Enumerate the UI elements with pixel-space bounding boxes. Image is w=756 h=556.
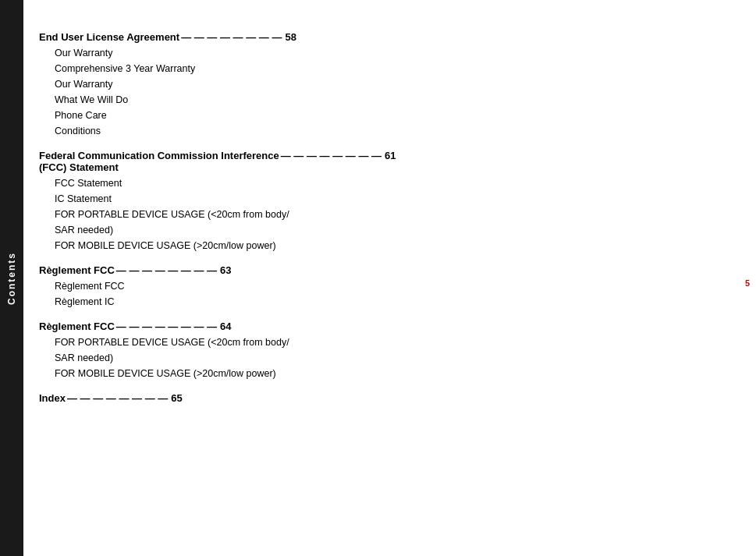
list-item: Règlement IC [55, 294, 733, 310]
toc-section-index: Index— — — — — — — — 65 [39, 392, 733, 404]
toc-heading-index: Index— — — — — — — — 65 [39, 392, 733, 404]
toc-dashes-index: — — — — — — — — [67, 392, 168, 404]
toc-heading-text-index: Index [39, 392, 66, 404]
toc-heading-reglement-63: Règlement FCC— — — — — — — — 63 [39, 264, 733, 276]
page-number-right: 5 [745, 278, 750, 288]
toc-page-reglement-63: 63 [220, 264, 231, 276]
toc-section-eula: End User License Agreement— — — — — — — … [39, 31, 733, 139]
list-item: Our Warranty [55, 45, 733, 61]
list-item: FCC Statement [55, 175, 733, 191]
toc-subitems-fcc: FCC Statement IC Statement FOR PORTABLE … [55, 175, 733, 253]
list-item: FOR MOBILE DEVICE USAGE (>20cm/low power… [55, 366, 733, 381]
toc-dashes-reglement-63: — — — — — — — — [116, 264, 217, 276]
list-item: Règlement FCC [55, 278, 733, 294]
main-content: 5 End User License Agreement— — — — — — … [23, 0, 756, 556]
list-item: Conditions [55, 123, 733, 139]
toc-heading-text-reglement-64: Règlement FCC [39, 320, 115, 332]
toc-section-reglement-63: Règlement FCC— — — — — — — — 63 Règlemen… [39, 264, 733, 310]
toc-dashes-eula: — — — — — — — — [181, 31, 282, 43]
list-item: Phone Care [55, 108, 733, 123]
list-item: Our Warranty [55, 76, 733, 92]
toc-page-reglement-64: 64 [220, 320, 231, 332]
toc-subitems-reglement-64: FOR PORTABLE DEVICE USAGE (<20cm from bo… [55, 335, 733, 381]
toc-heading-text-reglement-63: Règlement FCC [39, 264, 115, 276]
sidebar: Contents [0, 0, 23, 556]
toc-dashes-reglement-64: — — — — — — — — [116, 320, 217, 332]
sidebar-label: Contents [6, 252, 17, 305]
list-item: FOR MOBILE DEVICE USAGE (>20cm/low power… [55, 238, 733, 253]
toc-subitems-reglement-63: Règlement FCC Règlement IC [55, 278, 733, 310]
toc-page-fcc: 61 [385, 150, 396, 161]
list-item: IC Statement [55, 191, 733, 207]
toc-subitems-eula: Our Warranty Comprehensive 3 Year Warran… [55, 45, 733, 139]
list-item: Comprehensive 3 Year Warranty [55, 61, 733, 76]
list-item: What We Will Do [55, 92, 733, 108]
toc-dashes-fcc: — — — — — — — — [281, 150, 382, 161]
toc-section-fcc: Federal Communication Commission Interfe… [39, 150, 733, 253]
toc-heading-text-eula: End User License Agreement [39, 31, 179, 43]
toc-heading-eula: End User License Agreement— — — — — — — … [39, 31, 733, 43]
list-item: FOR PORTABLE DEVICE USAGE (<20cm from bo… [55, 207, 733, 238]
toc-page-eula: 58 [285, 31, 296, 43]
toc-page-index: 65 [171, 392, 182, 404]
toc-heading-text-fcc: Federal Communication Commission Interfe… [39, 150, 279, 173]
toc-heading-fcc: Federal Communication Commission Interfe… [39, 150, 733, 173]
list-item: FOR PORTABLE DEVICE USAGE (<20cm from bo… [55, 335, 733, 366]
toc-heading-reglement-64: Règlement FCC— — — — — — — — 64 [39, 320, 733, 332]
toc-section-reglement-64: Règlement FCC— — — — — — — — 64 FOR PORT… [39, 320, 733, 381]
